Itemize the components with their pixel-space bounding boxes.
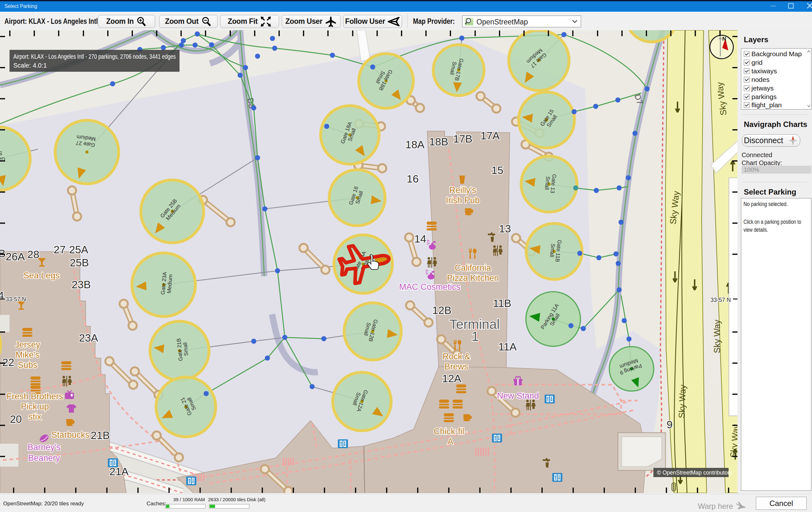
svg-text:Pizza Kitchen: Pizza Kitchen — [447, 273, 499, 283]
svg-text:Irish Pub: Irish Pub — [446, 195, 480, 205]
svg-text:23B: 23B — [72, 278, 91, 291]
svg-text:17A: 17A — [481, 130, 500, 141]
svg-text:12A: 12A — [442, 372, 462, 384]
svg-text:28: 28 — [27, 248, 39, 260]
svg-text:25B: 25B — [70, 257, 89, 269]
svg-text:23A: 23A — [79, 332, 98, 344]
svg-text:Scale: 4.0:1: Scale: 4.0:1 — [13, 62, 47, 69]
svg-text:Sea Legs: Sea Legs — [24, 271, 60, 280]
svg-text:25A: 25A — [69, 243, 88, 255]
svg-text:14: 14 — [414, 233, 426, 245]
svg-text:1: 1 — [471, 329, 478, 344]
svg-text:26A: 26A — [6, 250, 25, 263]
svg-text:Chick-fil-: Chick-fil- — [434, 427, 467, 436]
svg-text:18B: 18B — [429, 136, 448, 147]
svg-text:15: 15 — [491, 164, 503, 176]
svg-text:Fresh Brothers: Fresh Brothers — [7, 392, 63, 401]
svg-text:California: California — [455, 263, 491, 273]
svg-text:18A: 18A — [405, 138, 425, 151]
svg-text:33-57 N: 33-57 N — [710, 297, 731, 303]
svg-text:11A: 11A — [498, 341, 517, 353]
svg-text:Beanery: Beanery — [28, 453, 60, 463]
svg-text:Reilly's: Reilly's — [450, 185, 476, 195]
svg-text:Airport: KLAX - Los Angeles In: Airport: KLAX - Los Angeles Intl - 270 p… — [13, 53, 176, 60]
svg-text:33-57 N: 33-57 N — [6, 296, 26, 302]
svg-text:Rock &: Rock & — [442, 352, 470, 361]
svg-text:stix: stix — [29, 412, 41, 422]
svg-text:MAC Cosmetics: MAC Cosmetics — [399, 282, 461, 292]
svg-text:22: 22 — [2, 356, 14, 368]
svg-text:16: 16 — [407, 173, 419, 185]
svg-text:B: B — [0, 247, 5, 259]
svg-text:A: A — [447, 437, 453, 446]
svg-text:13: 13 — [499, 222, 511, 235]
svg-text:Sky Way: Sky Way — [677, 384, 688, 419]
svg-text:Gate 27Medium: Gate 27Medium — [76, 134, 96, 148]
svg-text:21A: 21A — [110, 465, 129, 477]
svg-text:Pick up: Pick up — [21, 402, 49, 411]
svg-text:Brews: Brews — [444, 362, 468, 371]
svg-text:Starbucks: Starbucks — [51, 430, 89, 440]
svg-text:9: 9 — [667, 419, 673, 430]
svg-text:Subs: Subs — [18, 360, 37, 370]
svg-text:12B: 12B — [432, 304, 452, 316]
svg-text:© OpenStreetMap contributors: © OpenStreetMap contributors — [657, 469, 732, 476]
svg-text:20: 20 — [10, 413, 22, 425]
svg-text:Sky Way: Sky Way — [713, 320, 722, 353]
svg-text:Gate 23AMedium: Gate 23AMedium — [160, 271, 174, 296]
svg-text:17B: 17B — [453, 133, 473, 145]
svg-text:Barney's: Barney's — [28, 442, 61, 452]
svg-text:11B: 11B — [493, 297, 511, 309]
svg-text:N: N — [722, 36, 726, 42]
svg-text:27: 27 — [54, 243, 66, 255]
svg-text:21B: 21B — [91, 429, 110, 441]
svg-text:Jersey: Jersey — [15, 340, 40, 349]
svg-text:New Stand: New Stand — [497, 391, 539, 401]
svg-text:Mike's: Mike's — [16, 350, 40, 360]
